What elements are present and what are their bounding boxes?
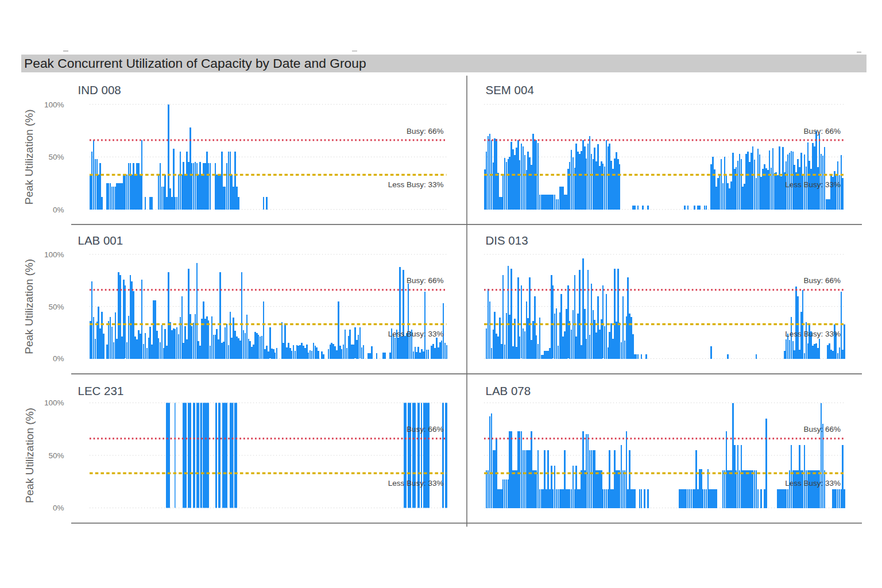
svg-text:IND 008: IND 008 [78,83,121,96]
svg-text:Busy: 66%: Busy: 66% [803,425,841,434]
svg-text:Peak Utilization (%): Peak Utilization (%) [24,259,36,354]
svg-text:Peak Utilization (%): Peak Utilization (%) [24,109,36,204]
svg-text:LEC 231: LEC 231 [78,384,124,397]
svg-text:100%: 100% [44,100,64,109]
svg-text:Less Busy: 33%: Less Busy: 33% [388,180,444,189]
svg-text:0%: 0% [53,206,64,214]
svg-text:50%: 50% [48,451,64,460]
svg-text:Peak Utilization (%): Peak Utilization (%) [24,408,36,503]
svg-text:LAB 078: LAB 078 [486,384,531,397]
svg-text:Busy: 66%: Busy: 66% [407,127,444,136]
svg-text:Less Busy: 33%: Less Busy: 33% [785,479,841,488]
svg-text:Less Busy: 33%: Less Busy: 33% [388,330,444,338]
svg-text:Busy: 66%: Busy: 66% [407,425,444,434]
svg-text:Busy: 66%: Busy: 66% [407,276,444,285]
svg-text:DIS 013: DIS 013 [486,234,528,247]
svg-text:0%: 0% [53,504,64,512]
svg-text:100%: 100% [44,399,64,407]
svg-text:Less Busy: 33%: Less Busy: 33% [785,330,841,338]
svg-text:LAB 001: LAB 001 [78,234,123,247]
svg-text:Less Busy: 33%: Less Busy: 33% [388,479,444,488]
svg-text:SEM 004: SEM 004 [486,83,534,96]
svg-text:100%: 100% [44,250,64,259]
svg-text:Busy: 66%: Busy: 66% [803,127,841,136]
svg-text:50%: 50% [48,303,64,311]
svg-text:0%: 0% [53,354,64,363]
svg-text:Busy: 66%: Busy: 66% [803,276,841,285]
svg-text:Less Busy: 33%: Less Busy: 33% [785,180,841,189]
svg-text:50%: 50% [48,153,64,161]
